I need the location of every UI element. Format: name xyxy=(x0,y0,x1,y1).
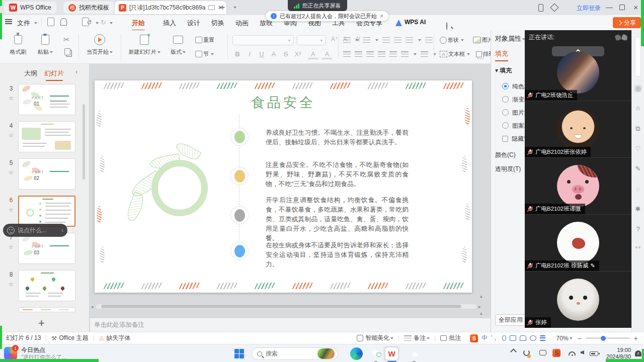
slide-page[interactable]: 食品安全 养成良好卫生习惯。不喝生水、注意勤洗手，餐前便后、接触垃圾后、外出归来… xyxy=(95,80,472,293)
shapes-button[interactable]: 形状 xyxy=(440,36,464,44)
paste-button[interactable]: 粘贴 xyxy=(32,33,58,56)
mobile-view-icon[interactable] xyxy=(538,4,543,12)
bold-button[interactable]: B xyxy=(232,50,243,58)
zoom-slider-thumb[interactable] xyxy=(601,336,606,341)
chat-input-placeholder[interactable]: 说点什么... xyxy=(18,226,47,235)
taskbar-search[interactable]: 搜索 xyxy=(252,347,338,360)
text-direction-icon[interactable] xyxy=(406,37,413,43)
align-left-icon[interactable] xyxy=(343,51,351,57)
sogou-tray-icon[interactable]: S xyxy=(552,349,560,357)
add-slide-button[interactable]: + xyxy=(38,317,45,330)
reset-button[interactable]: 重置 xyxy=(195,36,214,44)
slide-star-icon[interactable]: ☆ xyxy=(7,95,15,102)
horizontal-scrollbar[interactable] xyxy=(96,304,476,309)
slide-thumbnail-9-partial[interactable] xyxy=(18,307,75,312)
clap-icon[interactable] xyxy=(614,34,621,41)
search-icon[interactable] xyxy=(446,22,447,30)
collapse-chat-icon[interactable]: ‹ xyxy=(61,227,63,234)
panel-scrollbar[interactable] xyxy=(83,104,85,179)
tab-wps-home[interactable]: W WPS Office xyxy=(4,2,56,14)
slide-thumbnail-4[interactable] xyxy=(18,121,75,152)
new-slide-button[interactable]: 新建幻灯片 xyxy=(127,33,162,56)
meeting-chat-quickbar[interactable]: 说点什么... ‹ xyxy=(3,224,67,237)
slide-star-icon[interactable]: ☆ xyxy=(7,207,15,213)
slide-bullet-1[interactable]: 养成良好卫生习惯。不喝生水、注意勤洗手，餐前便后、接触垃圾后、外出归来等都要认真… xyxy=(266,128,409,147)
font-larger-button[interactable]: A⁺ xyxy=(331,36,338,43)
participant-video-3[interactable]: 广电B2102班谭微 xyxy=(525,157,631,214)
ime-grid-icon[interactable] xyxy=(540,335,545,341)
tool-pen-icon[interactable]: ✎ xyxy=(634,165,642,173)
tray-expand-chevron-icon[interactable] xyxy=(510,348,517,355)
edge-icon[interactable] xyxy=(350,347,363,360)
ribbon-tab-animation[interactable]: 动画 xyxy=(235,19,249,28)
ribbon-tab-transition[interactable]: 切换 xyxy=(211,19,224,28)
properties-title[interactable]: 对象属性 xyxy=(495,34,525,43)
hotspot-subtitle[interactable]: “逆行打你怎么了... xyxy=(21,353,66,361)
slide-bullet-4[interactable]: 在校生病或身体不适要及时告诉老师和家长；选择安全运动项目，坚持适当体育锻炼，保持… xyxy=(266,240,409,269)
tool-more-icon[interactable]: ∘∘ xyxy=(634,243,642,251)
beautify-button[interactable]: 智能美化 xyxy=(365,334,389,342)
align-center-icon[interactable] xyxy=(355,51,362,57)
participant-video-4[interactable]: 广电B2102班 徐扬威 ✎ xyxy=(525,214,631,271)
font-name-select[interactable] xyxy=(232,35,294,45)
undo-icon[interactable]: ↺ xyxy=(87,19,92,26)
wifi-icon[interactable] xyxy=(569,351,576,355)
notification-bell-icon[interactable]: z xyxy=(635,350,641,356)
underline-button[interactable]: U xyxy=(257,50,267,58)
cut-icon[interactable]: ✂ xyxy=(63,35,70,44)
ime-lang-zh[interactable]: 中 xyxy=(481,334,488,342)
align-right-icon[interactable] xyxy=(366,51,374,57)
italic-button[interactable]: I xyxy=(245,50,255,58)
redo-icon[interactable]: ↻ xyxy=(101,19,106,26)
hamburger-icon[interactable] xyxy=(5,19,12,20)
login-link[interactable]: 立即登录 xyxy=(577,4,601,13)
sogou-icon[interactable]: S xyxy=(470,334,478,342)
slide-star-icon[interactable]: ☆ xyxy=(7,281,15,288)
search-daily-image[interactable] xyxy=(317,348,335,359)
print-icon[interactable] xyxy=(60,18,67,26)
fill-section-header[interactable]: ▾ 填充 xyxy=(495,66,512,75)
hscroll-right-arrow[interactable]: ▸ xyxy=(478,304,481,309)
cube-3d-icon[interactable] xyxy=(550,4,559,12)
font-size-select[interactable] xyxy=(297,35,326,45)
zoom-slider[interactable] xyxy=(586,337,630,339)
apply-all-button[interactable]: 全部应用 xyxy=(495,314,526,326)
strike-button[interactable]: S xyxy=(281,50,291,58)
tool-star-icon[interactable]: ☆ xyxy=(634,105,642,113)
start-button[interactable] xyxy=(234,349,244,358)
battery-icon[interactable] xyxy=(590,351,598,356)
tab-list-chevron-icon[interactable] xyxy=(233,7,236,9)
ribbon-tab-home[interactable]: 开始 xyxy=(132,19,145,28)
distribute-icon[interactable] xyxy=(389,51,397,57)
slide-title[interactable]: 食品安全 xyxy=(95,94,472,112)
wps-taskbar-icon[interactable]: W xyxy=(385,347,398,360)
ribbon-tab-insert[interactable]: 插入 xyxy=(163,19,176,28)
indent-icon[interactable] xyxy=(394,37,401,43)
ribbon-tab-design[interactable]: 设计 xyxy=(187,19,200,28)
volume-icon[interactable] xyxy=(581,350,584,354)
hscroll-left-arrow[interactable]: ◂ xyxy=(91,304,94,309)
slide-star-icon[interactable]: ☆ xyxy=(7,169,15,176)
participant-video-5[interactable]: 张婷 xyxy=(525,271,631,328)
close-button[interactable]: × xyxy=(633,3,638,12)
collapse-panel-icon[interactable]: ‹ xyxy=(75,68,77,75)
shadow-button[interactable]: A xyxy=(269,50,279,58)
tool-highlight-icon[interactable]: ◎ xyxy=(634,84,642,93)
editing-canvas[interactable]: 食品安全 养成良好卫生习惯。不喝生水、注意勤洗手，餐前便后、接触垃圾后、外出归来… xyxy=(90,64,491,332)
restore-button[interactable] xyxy=(619,5,625,10)
ime-emoji-icon[interactable] xyxy=(530,335,536,341)
slide-thumbnail-8[interactable] xyxy=(18,270,75,301)
layout-button[interactable]: 版式 xyxy=(165,33,191,56)
emoji-icon[interactable] xyxy=(7,227,15,234)
slide-thumbnail-5[interactable]: PART 02 xyxy=(18,158,75,190)
toast-close-icon[interactable]: × xyxy=(380,13,383,20)
participant-video-2[interactable]: 广电B2102班张依婷 xyxy=(525,101,631,157)
ime-mic-icon[interactable] xyxy=(502,335,506,341)
slide-star-icon[interactable]: ☆ xyxy=(7,132,15,139)
tab-outline[interactable]: 大纲 xyxy=(24,69,37,78)
gamebar-icon[interactable] xyxy=(539,350,546,355)
theme-label[interactable]: Office 主题 xyxy=(59,334,88,342)
tool-settings-icon[interactable]: ✱ xyxy=(634,205,642,213)
tab-slides[interactable]: 幻灯片 xyxy=(44,69,64,78)
line-spacing-icon[interactable] xyxy=(401,51,409,57)
